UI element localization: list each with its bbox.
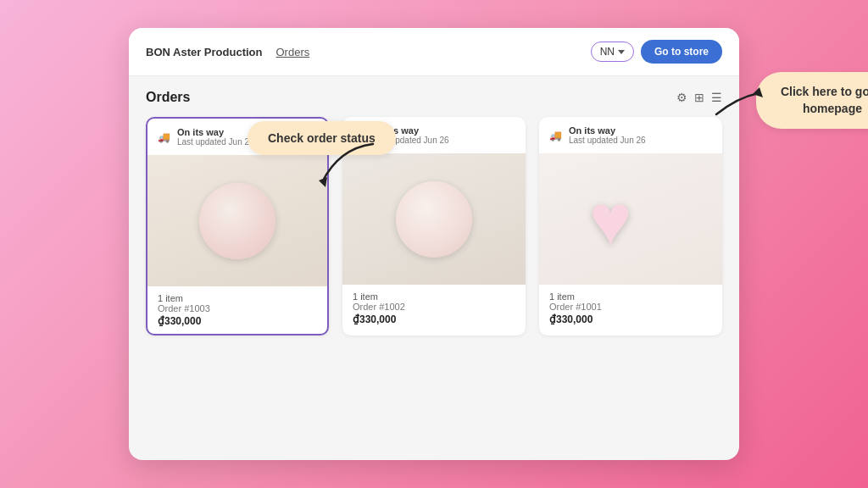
orders-nav-link[interactable]: Orders bbox=[275, 46, 309, 58]
orders-grid: 🚚 On its way Last updated Jun 27 1 item … bbox=[146, 117, 722, 336]
chevron-down-icon bbox=[618, 50, 625, 54]
svg-marker-1 bbox=[753, 87, 763, 97]
go-to-store-button[interactable]: Go to store bbox=[641, 40, 722, 64]
header: BON Aster Production Orders NN Go to sto… bbox=[129, 28, 739, 76]
content-area: Orders ⚙ ⊞ ☰ 🚚 On its way Last updated J… bbox=[129, 76, 739, 349]
order-footer-1003: 1 item Order #1003 ₫330,000 bbox=[147, 286, 327, 334]
order-number-2: Order #1002 bbox=[353, 302, 515, 312]
order-price-3: ₫330,000 bbox=[549, 313, 712, 325]
header-left: BON Aster Production Orders bbox=[146, 46, 309, 58]
brand-name: BON Aster Production bbox=[146, 46, 262, 58]
status-text: On its way bbox=[177, 127, 254, 137]
item-count: 1 item bbox=[158, 293, 317, 303]
homepage-callout: Click here to go to homepage bbox=[756, 72, 868, 129]
order-number: Order #1003 bbox=[158, 303, 317, 313]
item-count-2: 1 item bbox=[353, 291, 515, 302]
item-count-3: 1 item bbox=[549, 291, 712, 302]
order-price: ₫330,000 bbox=[158, 315, 317, 327]
content-header: Orders ⚙ ⊞ ☰ bbox=[146, 90, 722, 105]
status-date: Last updated Jun 27 bbox=[177, 137, 254, 147]
order-footer-1002: 1 item Order #1002 ₫330,000 bbox=[342, 285, 526, 332]
status-info-3: On its way Last updated Jun 26 bbox=[569, 125, 646, 145]
header-right: NN Go to store bbox=[591, 40, 722, 64]
order-image-1003 bbox=[147, 155, 327, 286]
status-date-3: Last updated Jun 26 bbox=[569, 136, 646, 145]
order-number-3: Order #1001 bbox=[549, 302, 712, 312]
status-text-3: On its way bbox=[569, 125, 646, 136]
filter-icon[interactable]: ⚙ bbox=[676, 91, 687, 104]
order-card-1001[interactable]: 🚚 On its way Last updated Jun 26 1 item … bbox=[539, 117, 722, 336]
order-image-1001 bbox=[539, 153, 722, 285]
truck-icon-3: 🚚 bbox=[549, 130, 562, 141]
grid-view-icon[interactable]: ⊞ bbox=[694, 91, 704, 104]
check-order-arrow bbox=[314, 140, 381, 191]
user-menu[interactable]: NN bbox=[591, 42, 634, 62]
status-info: On its way Last updated Jun 27 bbox=[177, 127, 254, 147]
truck-icon: 🚚 bbox=[158, 131, 170, 143]
order-footer-1001: 1 item Order #1001 ₫330,000 bbox=[539, 285, 722, 332]
order-price-2: ₫330,000 bbox=[353, 313, 515, 325]
homepage-arrow bbox=[712, 80, 763, 123]
page-title: Orders bbox=[146, 90, 190, 105]
user-initials: NN bbox=[600, 46, 615, 58]
order-status-1001: 🚚 On its way Last updated Jun 26 bbox=[539, 117, 722, 153]
main-card: BON Aster Production Orders NN Go to sto… bbox=[129, 28, 739, 460]
